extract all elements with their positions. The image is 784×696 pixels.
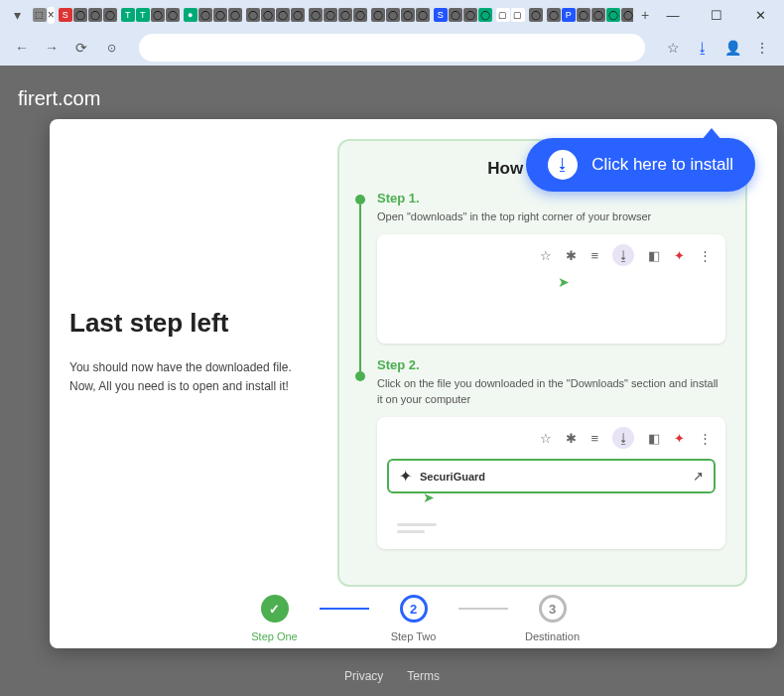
progress-step-2: 2 Step Two: [369, 595, 458, 642]
tab-list: ⬚ × S◯◯◯ TT◯◯ ●◯◯◯ ◯◯◯◯ ◯◯◯◯ ◯◯◯◯ S◯◯◯ ▢…: [30, 7, 634, 24]
step1-mock: ☆ ✱ ≡ ⭳ ◧ ✦ ⋮ ➤: [377, 234, 725, 344]
extension-name: SecuriGuard: [420, 471, 485, 483]
download-icon: ⭳: [612, 244, 634, 266]
window-close[interactable]: ✕: [744, 3, 776, 27]
step1-label: Step One: [251, 630, 297, 642]
browser-tab-strip: ▾ ⬚ × S◯◯◯ TT◯◯ ●◯◯◯ ◯◯◯◯ ◯◯◯◯ ◯◯◯◯ S◯◯◯…: [0, 0, 784, 30]
bug-icon: ✦: [674, 248, 685, 263]
step-2: Step 2. Click on the file you downloaded…: [377, 357, 725, 549]
step2-label: Step Two: [391, 630, 437, 642]
right-column: How to Install Step 1. Open "downloads" …: [327, 139, 747, 569]
list-icon: ≡: [590, 248, 598, 263]
cursor-icon: ➤: [423, 489, 751, 505]
browser-menu[interactable]: ⋮: [752, 38, 772, 58]
secure-icon: ⊙: [101, 38, 121, 58]
nav-reload[interactable]: ⟳: [71, 38, 91, 58]
menu-dots-icon: ⋮: [699, 248, 712, 263]
window-maximize[interactable]: ☐: [701, 3, 732, 27]
cursor-icon: ➤: [558, 274, 784, 290]
nav-back[interactable]: ←: [12, 38, 32, 58]
step3-label: Destination: [525, 630, 580, 642]
footer: Privacy Terms: [0, 656, 784, 696]
step2-mock: ☆ ✱ ≡ ⭳ ◧ ✦ ⋮ ✦ SecuriGuard: [377, 417, 725, 549]
bookmark-star-icon[interactable]: ☆: [663, 38, 683, 58]
check-icon: ✓: [261, 595, 289, 623]
puzzle-icon: ✱: [566, 248, 577, 263]
puzzle-icon: ✦: [399, 467, 412, 486]
star-icon: ☆: [540, 248, 552, 263]
progress-connector: [320, 608, 369, 610]
terms-link[interactable]: Terms: [407, 669, 440, 683]
menu-dots-icon: ⋮: [699, 431, 712, 446]
heading: Last step left: [69, 308, 327, 339]
puzzle-icon: ✱: [566, 431, 577, 446]
page-viewport: firert.com pcrisk.com ⭳ Click here to in…: [0, 66, 784, 696]
left-column: Last step left You should now have the d…: [69, 139, 327, 569]
bug-icon: ✦: [674, 431, 685, 446]
step1-desc: Open "downloads" in the top right corner…: [377, 209, 725, 224]
subtext-2: Now, All you need is to open and install…: [69, 377, 327, 396]
page-url-overlay: firert.com: [18, 87, 100, 110]
nav-forward[interactable]: →: [42, 38, 62, 58]
progress-connector: [458, 608, 508, 610]
profile-icon[interactable]: 👤: [722, 38, 742, 58]
address-bar[interactable]: [139, 34, 645, 62]
new-tab-button[interactable]: +: [635, 5, 655, 25]
step2-title: Step 2.: [377, 357, 725, 372]
download-icon: ⭳: [612, 427, 634, 449]
placeholder-lines: [387, 515, 716, 541]
browser-toolbar: ← → ⟳ ⊙ ☆ ⭳ 👤 ⋮: [0, 30, 784, 66]
privacy-link[interactable]: Privacy: [344, 669, 383, 683]
step2-desc: Click on the file you downloaded in the …: [377, 376, 725, 407]
progress-step-3: 3 Destination: [508, 595, 597, 642]
star-icon: ☆: [540, 431, 552, 446]
panel-icon: ◧: [648, 248, 660, 263]
content-card: ⭳ Click here to install Last step left Y…: [50, 119, 777, 648]
extension-row[interactable]: ✦ SecuriGuard ↗: [387, 459, 716, 493]
step-number: 3: [539, 595, 567, 623]
active-tab-close[interactable]: ×: [48, 7, 55, 24]
list-icon: ≡: [590, 431, 598, 446]
panel-icon: ◧: [648, 431, 660, 446]
subtext-1: You should now have the downloaded file.: [69, 358, 327, 377]
progress-indicator: ✓ Step One 2 Step Two 3 Destination: [50, 595, 777, 642]
step-1: Step 1. Open "downloads" in the top righ…: [377, 191, 725, 344]
progress-step-1: ✓ Step One: [230, 595, 320, 642]
open-icon[interactable]: ↗: [693, 469, 704, 484]
howto-box: How to Install Step 1. Open "downloads" …: [337, 139, 747, 587]
step1-title: Step 1.: [377, 191, 725, 206]
step-number: 2: [400, 595, 428, 623]
callout-text: Click here to install: [591, 155, 733, 175]
downloads-icon[interactable]: ⭳: [693, 38, 713, 58]
download-icon: ⭳: [548, 150, 578, 180]
tab-dropdown[interactable]: ▾: [8, 5, 28, 25]
window-minimize[interactable]: —: [657, 3, 689, 27]
install-callout[interactable]: ⭳ Click here to install: [526, 138, 755, 192]
